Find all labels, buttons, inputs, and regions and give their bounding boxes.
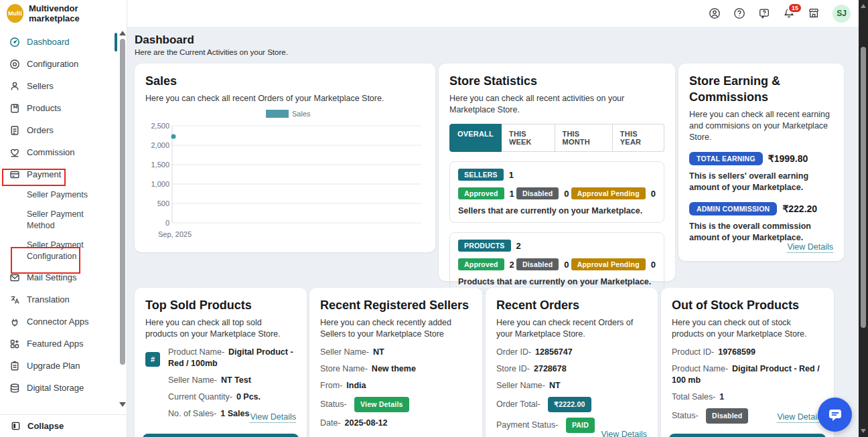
notifications-bell-icon[interactable]: 15 [783, 7, 795, 19]
current-quantity-field: Current Quantity-0 Pcs. [168, 391, 296, 403]
sidebar-scroll-up-arrow[interactable] [119, 31, 126, 35]
sidebar-collapse-button[interactable]: Collapse [0, 414, 127, 437]
out-of-stock-view-details-link[interactable]: View Details [777, 412, 823, 423]
y-tick: 1,000 [151, 180, 169, 188]
admin-commission-desc: This is the overall commission amount of… [689, 221, 833, 244]
product-name-field: Product Name-Digital Product - Red / 100… [168, 347, 296, 369]
sellers-icon [9, 81, 20, 92]
status-view-details-button[interactable]: View Details [354, 397, 409, 412]
sidebar-item-commission[interactable]: Commission [0, 141, 127, 163]
digital-storage-icon [9, 383, 20, 394]
stats-card-subtitle: Here you can check all recent activities… [449, 93, 664, 116]
sidebar-item-connector-apps[interactable]: Connector Apps [0, 311, 127, 333]
featured-apps-icon [9, 339, 20, 349]
account-icon[interactable] [709, 7, 721, 19]
sidebar-item-mail-settings[interactable]: Mail Settings [0, 266, 127, 288]
top-sold-products-card: Top Sold Products Here you can check all… [135, 288, 307, 437]
sales-card-title: Sales [145, 73, 425, 89]
sidebar-item-upgrade-plan[interactable]: Upgrade Plan [0, 355, 127, 377]
recent-orders-view-details-link[interactable]: View Details [601, 430, 647, 437]
disabled-status-badge: Disabled [706, 408, 748, 424]
products-stat-box: PRODUCTS 2 Approved2 Disabled0 Approval … [449, 232, 664, 294]
top-sold-bottom-button[interactable] [143, 434, 299, 437]
sidebar-item-seller-payments[interactable]: Seller Payments [0, 185, 107, 205]
products-count: 2 [516, 241, 521, 251]
sidebar-item-digital-storage[interactable]: Digital Storage [0, 377, 127, 399]
sidebar-nav: Dashboard Configuration Sellers Products… [0, 27, 127, 399]
pending-count: 0 [651, 189, 656, 199]
sellers-count: 1 [509, 170, 514, 180]
active-item-indicator [115, 33, 117, 52]
sidebar-item-featured-apps[interactable]: Featured Apps [0, 333, 127, 355]
sellers-caption: Sellers that are currently on your Marke… [458, 206, 656, 215]
sidebar-item-orders[interactable]: Orders [0, 119, 127, 141]
earning-view-details-link[interactable]: View Details [787, 242, 833, 253]
stats-tabs: OVERALL THIS WEEK THIS MONTH THIS YEAR [449, 124, 664, 152]
out-of-stock-bottom-button[interactable] [669, 434, 826, 437]
tab-this-week[interactable]: THIS WEEK [502, 124, 555, 152]
recent-sellers-subtitle: Here you can check recently added Seller… [320, 317, 472, 340]
recent-orders-title: Recent Orders [496, 297, 647, 313]
sidebar-item-translation[interactable]: Translation [0, 288, 127, 311]
top-sold-subtitle: Here you can check all top sold products… [145, 317, 296, 340]
sidebar-item-label: Translation [27, 294, 70, 305]
sidebar-item-label: Connector Apps [27, 316, 89, 327]
seller-name-field: Seller Name-NT Test [168, 375, 296, 386]
approval-pending-badge: Approval Pending [571, 258, 646, 270]
tab-this-month[interactable]: THIS MONTH [555, 124, 613, 152]
products-icon [9, 103, 20, 114]
topbar: 15 SJ [127, 0, 859, 27]
tab-overall[interactable]: OVERALL [449, 124, 502, 152]
scrollbar-thumb[interactable] [861, 47, 866, 328]
store-earning-card: Store Earning & Commissions Here you can… [678, 64, 844, 261]
collapse-icon [11, 421, 21, 431]
store-icon[interactable] [808, 7, 820, 19]
scroll-up-arrow[interactable] [861, 4, 866, 8]
top-sold-title: Top Sold Products [145, 297, 296, 313]
configuration-icon [9, 59, 20, 70]
payment-icon [9, 169, 20, 180]
approved-count: 2 [510, 260, 514, 270]
app-logo: Multi [7, 4, 23, 23]
page-title: Dashboard [135, 33, 288, 47]
sidebar-item-seller-payment-configuration[interactable]: Seller Payment Configuration [0, 236, 107, 266]
upgrade-plan-icon [9, 361, 20, 371]
feedback-chat-icon[interactable] [758, 7, 770, 19]
sidebar-item-sellers[interactable]: Sellers [0, 75, 127, 97]
sidebar-item-payment[interactable]: Payment [0, 163, 127, 185]
order-id-field: Order ID-12856747 [496, 347, 647, 358]
sidebar-item-label: Dashboard [27, 36, 70, 48]
pending-count: 0 [651, 260, 656, 270]
sidebar: Multi Multivendor marketplace Dashboard … [0, 0, 127, 437]
sidebar-item-label: Payment [27, 169, 61, 180]
y-tick: 2,000 [151, 141, 169, 149]
sidebar-item-configuration[interactable]: Configuration [0, 53, 127, 75]
tab-this-year[interactable]: THIS YEAR [613, 124, 664, 152]
products-caption: Products that are currently on your Mark… [458, 277, 656, 286]
seller-name-field: Seller Name-NT [320, 347, 472, 358]
sidebar-item-label: Featured Apps [27, 338, 84, 349]
sidebar-scroll-down-arrow[interactable] [119, 402, 126, 407]
user-avatar[interactable]: SJ [833, 5, 851, 23]
sidebar-item-dashboard[interactable]: Dashboard [0, 31, 127, 53]
status-field: Status- View Details [320, 397, 472, 412]
app-title: Multivendor marketplace [29, 3, 120, 23]
page-scrollbar[interactable] [859, 0, 868, 437]
order-total-badge: ₹2222.00 [548, 397, 591, 412]
sidebar-item-seller-payment-method[interactable]: Seller Payment Method [0, 205, 107, 236]
top-sold-view-details-link[interactable]: View Details [250, 412, 296, 423]
sidebar-item-label: Commission [27, 147, 75, 158]
approval-pending-badge: Approval Pending [571, 187, 646, 199]
earning-card-subtitle: Here you can check all recent earning an… [689, 109, 833, 143]
main-content: Dashboard Here are the Current Activitie… [127, 27, 859, 437]
sidebar-item-products[interactable]: Products [0, 97, 127, 119]
sidebar-item-label: Configuration [27, 58, 78, 70]
admin-commission-badge: ADMIN COMMISSION [689, 202, 777, 215]
help-icon[interactable] [733, 7, 745, 19]
scroll-down-arrow[interactable] [861, 429, 866, 433]
commission-icon [9, 147, 20, 158]
sales-data-point[interactable] [171, 135, 176, 139]
page-subtitle: Here are the Current Activities on your … [135, 48, 288, 56]
chat-fab-button[interactable] [818, 398, 852, 432]
sidebar-scrollbar-thumb[interactable] [120, 39, 125, 365]
